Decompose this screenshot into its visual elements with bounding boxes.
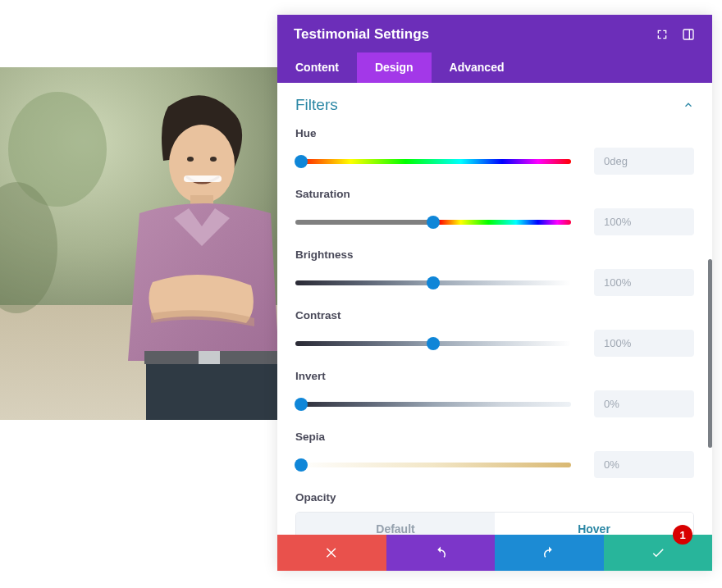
slider-hue[interactable] (295, 155, 571, 168)
undo-button[interactable] (386, 535, 496, 571)
value-brightness[interactable]: 100% (594, 269, 694, 296)
svg-rect-12 (683, 30, 693, 39)
section-title: Filters (295, 96, 338, 114)
slider-thumb[interactable] (295, 398, 308, 411)
field-contrast: Contrast 100% (295, 309, 694, 357)
settings-panel: Testimonial Settings Content Design Adva… (277, 15, 712, 571)
panel-title: Testimonial Settings (294, 26, 429, 43)
panel-footer: 1 (277, 535, 712, 571)
svg-rect-8 (146, 364, 277, 420)
slider-invert[interactable] (295, 398, 571, 411)
undo-icon (433, 545, 448, 560)
slider-saturation[interactable] (295, 216, 571, 229)
value-hue[interactable]: 0deg (594, 148, 694, 175)
snap-icon[interactable] (681, 27, 696, 42)
field-brightness: Brightness 100% (295, 248, 694, 296)
save-button[interactable]: 1 (604, 535, 713, 571)
switch-default[interactable]: Default (296, 513, 495, 535)
chevron-up-icon[interactable] (683, 99, 694, 111)
expand-icon[interactable] (655, 27, 669, 42)
slider-thumb[interactable] (427, 337, 440, 350)
field-opacity: Opacity Default Hover 0% (295, 491, 694, 535)
tab-design[interactable]: Design (357, 52, 432, 83)
panel-header: Testimonial Settings (277, 15, 712, 52)
label-invert: Invert (295, 370, 694, 382)
value-contrast[interactable]: 100% (594, 330, 694, 357)
scrollbar-thumb[interactable] (708, 259, 712, 448)
redo-button[interactable] (495, 535, 604, 571)
tab-advanced[interactable]: Advanced (432, 52, 523, 83)
section-filters-header[interactable]: Filters (295, 96, 694, 114)
label-opacity: Opacity (295, 491, 694, 504)
slider-brightness[interactable] (295, 276, 571, 289)
testimonial-photo (0, 67, 279, 420)
panel-body: Filters Hue 0deg Saturation (277, 83, 712, 535)
svg-rect-11 (184, 175, 222, 182)
label-sepia: Sepia (295, 431, 694, 443)
value-sepia[interactable]: 0% (594, 451, 694, 478)
slider-thumb[interactable] (295, 155, 308, 168)
svg-rect-7 (199, 351, 220, 364)
label-contrast: Contrast (295, 309, 694, 321)
slider-thumb[interactable] (427, 216, 440, 229)
check-icon (651, 545, 665, 560)
svg-point-9 (187, 157, 194, 162)
label-hue: Hue (295, 127, 694, 139)
save-badge: 1 (673, 525, 692, 545)
close-icon (324, 545, 339, 560)
svg-point-4 (169, 125, 235, 203)
label-saturation: Saturation (295, 188, 694, 200)
label-brightness: Brightness (295, 248, 694, 261)
slider-sepia[interactable] (295, 458, 571, 472)
slider-contrast[interactable] (295, 337, 571, 350)
field-sepia: Sepia 0% (295, 431, 694, 478)
panel-tabs: Content Design Advanced (277, 52, 712, 83)
slider-thumb[interactable] (427, 276, 440, 289)
switch-hover[interactable]: Hover (495, 513, 693, 535)
tab-content[interactable]: Content (277, 52, 357, 83)
field-invert: Invert 0% (295, 370, 694, 417)
field-saturation: Saturation 100% (295, 188, 694, 235)
value-saturation[interactable]: 100% (594, 208, 694, 235)
header-actions (655, 27, 696, 42)
redo-icon (542, 545, 556, 560)
value-invert[interactable]: 0% (594, 390, 694, 417)
field-hue: Hue 0deg (295, 127, 694, 175)
svg-rect-13 (689, 30, 690, 39)
cancel-button[interactable] (277, 535, 386, 571)
svg-point-10 (210, 157, 217, 162)
opacity-state-switch: Default Hover (295, 512, 694, 535)
slider-thumb[interactable] (295, 458, 308, 472)
